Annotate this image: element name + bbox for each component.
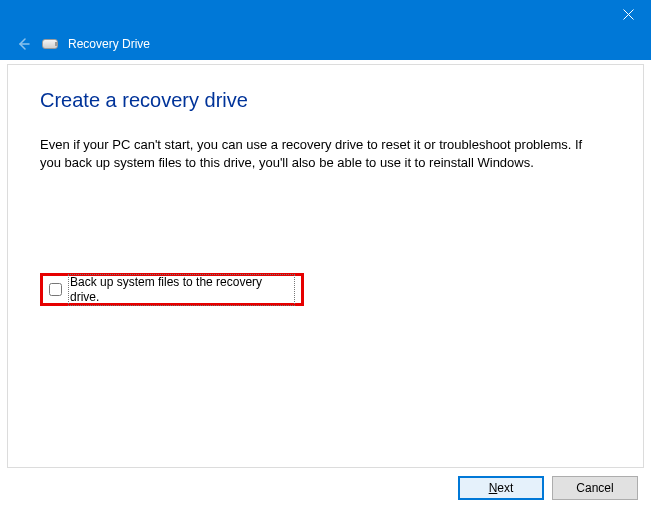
next-button[interactable]: Next xyxy=(458,476,544,500)
recovery-drive-wizard: Recovery Drive Create a recovery drive E… xyxy=(0,0,651,512)
back-icon xyxy=(15,36,31,52)
cancel-button[interactable]: Cancel xyxy=(552,476,638,500)
page-title: Create a recovery drive xyxy=(40,89,611,112)
titlebar xyxy=(0,0,651,28)
close-icon xyxy=(623,9,634,20)
backup-checkbox-label[interactable]: Back up system files to the recovery dri… xyxy=(68,274,295,306)
content-area: Create a recovery drive Even if your PC … xyxy=(7,64,644,468)
backup-option-highlight: Back up system files to the recovery dri… xyxy=(40,273,304,306)
header-title: Recovery Drive xyxy=(68,37,150,51)
header: Recovery Drive xyxy=(0,28,651,60)
backup-checkbox[interactable] xyxy=(49,283,62,296)
close-button[interactable] xyxy=(606,0,651,28)
footer: Next Cancel xyxy=(7,470,644,506)
back-button xyxy=(14,35,32,53)
page-description: Even if your PC can't start, you can use… xyxy=(40,136,600,172)
next-rest: ext xyxy=(497,481,513,495)
recovery-drive-icon xyxy=(42,37,60,51)
